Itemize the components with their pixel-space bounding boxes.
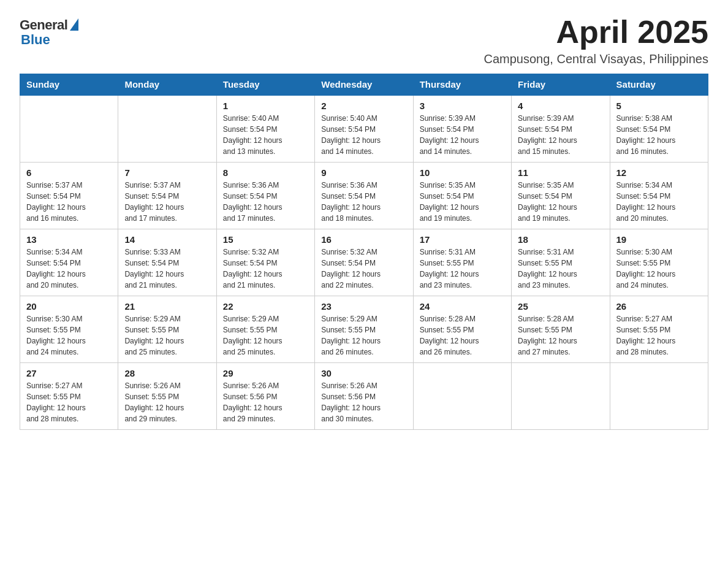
day-info: Sunrise: 5:35 AMSunset: 5:54 PMDaylight:… bbox=[420, 180, 505, 224]
calendar-table: SundayMondayTuesdayWednesdayThursdayFrid… bbox=[20, 74, 708, 430]
calendar-cell: 1Sunrise: 5:40 AMSunset: 5:54 PMDaylight… bbox=[216, 95, 314, 163]
day-number: 17 bbox=[420, 234, 505, 245]
day-info: Sunrise: 5:40 AMSunset: 5:54 PMDaylight:… bbox=[321, 113, 406, 157]
day-info: Sunrise: 5:28 AMSunset: 5:55 PMDaylight:… bbox=[420, 313, 505, 358]
logo-triangle-icon bbox=[70, 18, 78, 31]
day-info: Sunrise: 5:31 AMSunset: 5:55 PMDaylight:… bbox=[420, 247, 505, 291]
day-info: Sunrise: 5:31 AMSunset: 5:55 PMDaylight:… bbox=[518, 247, 603, 291]
calendar-cell: 14Sunrise: 5:33 AMSunset: 5:54 PMDayligh… bbox=[118, 229, 216, 296]
calendar-cell: 22Sunrise: 5:29 AMSunset: 5:55 PMDayligh… bbox=[216, 296, 314, 363]
day-info: Sunrise: 5:30 AMSunset: 5:55 PMDaylight:… bbox=[616, 247, 702, 291]
day-number: 23 bbox=[321, 301, 406, 312]
day-info: Sunrise: 5:32 AMSunset: 5:54 PMDaylight:… bbox=[223, 247, 308, 291]
calendar-cell bbox=[20, 95, 118, 163]
day-info: Sunrise: 5:34 AMSunset: 5:54 PMDaylight:… bbox=[26, 247, 112, 291]
weekday-header-tuesday: Tuesday bbox=[216, 74, 314, 96]
day-info: Sunrise: 5:26 AMSunset: 5:55 PMDaylight:… bbox=[124, 380, 210, 424]
day-number: 30 bbox=[321, 368, 406, 378]
day-info: Sunrise: 5:26 AMSunset: 5:56 PMDaylight:… bbox=[321, 380, 406, 424]
calendar-cell bbox=[118, 95, 216, 163]
day-number: 29 bbox=[223, 368, 308, 378]
day-number: 26 bbox=[616, 301, 702, 312]
day-info: Sunrise: 5:32 AMSunset: 5:54 PMDaylight:… bbox=[321, 247, 406, 291]
calendar-cell: 3Sunrise: 5:39 AMSunset: 5:54 PMDaylight… bbox=[413, 95, 511, 163]
day-info: Sunrise: 5:27 AMSunset: 5:55 PMDaylight:… bbox=[26, 380, 112, 424]
day-info: Sunrise: 5:26 AMSunset: 5:56 PMDaylight:… bbox=[223, 380, 308, 424]
calendar-week-row: 13Sunrise: 5:34 AMSunset: 5:54 PMDayligh… bbox=[20, 229, 708, 296]
calendar-week-row: 20Sunrise: 5:30 AMSunset: 5:55 PMDayligh… bbox=[20, 296, 708, 363]
calendar-cell bbox=[512, 363, 610, 430]
calendar-cell: 28Sunrise: 5:26 AMSunset: 5:55 PMDayligh… bbox=[118, 363, 216, 430]
day-number: 7 bbox=[124, 167, 210, 178]
day-number: 3 bbox=[420, 101, 505, 111]
calendar-cell: 13Sunrise: 5:34 AMSunset: 5:54 PMDayligh… bbox=[20, 229, 118, 296]
calendar-week-row: 1Sunrise: 5:40 AMSunset: 5:54 PMDaylight… bbox=[20, 95, 708, 163]
day-number: 10 bbox=[420, 167, 505, 178]
page-title: April 2025 bbox=[484, 15, 709, 50]
day-number: 12 bbox=[616, 167, 702, 178]
calendar-cell bbox=[610, 363, 708, 430]
day-number: 13 bbox=[26, 234, 112, 245]
weekday-header-sunday: Sunday bbox=[20, 74, 118, 96]
day-info: Sunrise: 5:30 AMSunset: 5:55 PMDaylight:… bbox=[26, 313, 112, 358]
calendar-cell: 9Sunrise: 5:36 AMSunset: 5:54 PMDaylight… bbox=[315, 163, 413, 229]
calendar-cell: 19Sunrise: 5:30 AMSunset: 5:55 PMDayligh… bbox=[610, 229, 708, 296]
day-info: Sunrise: 5:38 AMSunset: 5:54 PMDaylight:… bbox=[616, 113, 702, 157]
calendar-week-row: 27Sunrise: 5:27 AMSunset: 5:55 PMDayligh… bbox=[20, 363, 708, 430]
calendar-cell: 24Sunrise: 5:28 AMSunset: 5:55 PMDayligh… bbox=[413, 296, 511, 363]
day-number: 16 bbox=[321, 234, 406, 245]
day-number: 1 bbox=[223, 101, 308, 111]
day-info: Sunrise: 5:29 AMSunset: 5:55 PMDaylight:… bbox=[223, 313, 308, 358]
day-number: 4 bbox=[518, 101, 603, 111]
calendar-cell: 30Sunrise: 5:26 AMSunset: 5:56 PMDayligh… bbox=[315, 363, 413, 430]
page-subtitle: Campusong, Central Visayas, Philippines bbox=[484, 52, 709, 66]
day-number: 28 bbox=[124, 368, 210, 378]
day-info: Sunrise: 5:39 AMSunset: 5:54 PMDaylight:… bbox=[420, 113, 505, 157]
day-number: 22 bbox=[223, 301, 308, 312]
calendar-cell: 16Sunrise: 5:32 AMSunset: 5:54 PMDayligh… bbox=[315, 229, 413, 296]
day-info: Sunrise: 5:29 AMSunset: 5:55 PMDaylight:… bbox=[124, 313, 210, 358]
weekday-header-thursday: Thursday bbox=[413, 74, 511, 96]
logo-blue-text: Blue bbox=[21, 32, 50, 48]
day-number: 14 bbox=[124, 234, 210, 245]
day-number: 2 bbox=[321, 101, 406, 111]
day-info: Sunrise: 5:39 AMSunset: 5:54 PMDaylight:… bbox=[518, 113, 603, 157]
calendar-cell: 21Sunrise: 5:29 AMSunset: 5:55 PMDayligh… bbox=[118, 296, 216, 363]
calendar-cell: 15Sunrise: 5:32 AMSunset: 5:54 PMDayligh… bbox=[216, 229, 314, 296]
calendar-cell: 6Sunrise: 5:37 AMSunset: 5:54 PMDaylight… bbox=[20, 163, 118, 229]
day-info: Sunrise: 5:27 AMSunset: 5:55 PMDaylight:… bbox=[616, 313, 702, 358]
day-number: 27 bbox=[26, 368, 112, 378]
day-number: 15 bbox=[223, 234, 308, 245]
calendar-cell: 7Sunrise: 5:37 AMSunset: 5:54 PMDaylight… bbox=[118, 163, 216, 229]
day-info: Sunrise: 5:34 AMSunset: 5:54 PMDaylight:… bbox=[616, 180, 702, 224]
calendar-cell: 18Sunrise: 5:31 AMSunset: 5:55 PMDayligh… bbox=[512, 229, 610, 296]
calendar-cell: 12Sunrise: 5:34 AMSunset: 5:54 PMDayligh… bbox=[610, 163, 708, 229]
calendar-cell: 2Sunrise: 5:40 AMSunset: 5:54 PMDaylight… bbox=[315, 95, 413, 163]
day-number: 21 bbox=[124, 301, 210, 312]
day-number: 8 bbox=[223, 167, 308, 178]
day-number: 18 bbox=[518, 234, 603, 245]
weekday-header-friday: Friday bbox=[512, 74, 610, 96]
day-number: 9 bbox=[321, 167, 406, 178]
calendar-cell: 5Sunrise: 5:38 AMSunset: 5:54 PMDaylight… bbox=[610, 95, 708, 163]
day-number: 11 bbox=[518, 167, 603, 178]
calendar-cell: 17Sunrise: 5:31 AMSunset: 5:55 PMDayligh… bbox=[413, 229, 511, 296]
day-number: 25 bbox=[518, 301, 603, 312]
weekday-header-monday: Monday bbox=[118, 74, 216, 96]
weekday-header-saturday: Saturday bbox=[610, 74, 708, 96]
day-info: Sunrise: 5:37 AMSunset: 5:54 PMDaylight:… bbox=[124, 180, 210, 224]
calendar-cell: 4Sunrise: 5:39 AMSunset: 5:54 PMDaylight… bbox=[512, 95, 610, 163]
logo-general-text: General bbox=[20, 17, 67, 33]
day-number: 19 bbox=[616, 234, 702, 245]
weekday-header-wednesday: Wednesday bbox=[315, 74, 413, 96]
day-number: 6 bbox=[26, 167, 112, 178]
day-number: 20 bbox=[26, 301, 112, 312]
day-info: Sunrise: 5:40 AMSunset: 5:54 PMDaylight:… bbox=[223, 113, 308, 157]
day-info: Sunrise: 5:33 AMSunset: 5:54 PMDaylight:… bbox=[124, 247, 210, 291]
day-number: 5 bbox=[616, 101, 702, 111]
day-info: Sunrise: 5:37 AMSunset: 5:54 PMDaylight:… bbox=[26, 180, 112, 224]
title-block: April 2025 Campusong, Central Visayas, P… bbox=[484, 15, 709, 66]
calendar-cell: 20Sunrise: 5:30 AMSunset: 5:55 PMDayligh… bbox=[20, 296, 118, 363]
calendar-cell: 11Sunrise: 5:35 AMSunset: 5:54 PMDayligh… bbox=[512, 163, 610, 229]
page-header: General Blue April 2025 Campusong, Centr… bbox=[20, 15, 708, 66]
